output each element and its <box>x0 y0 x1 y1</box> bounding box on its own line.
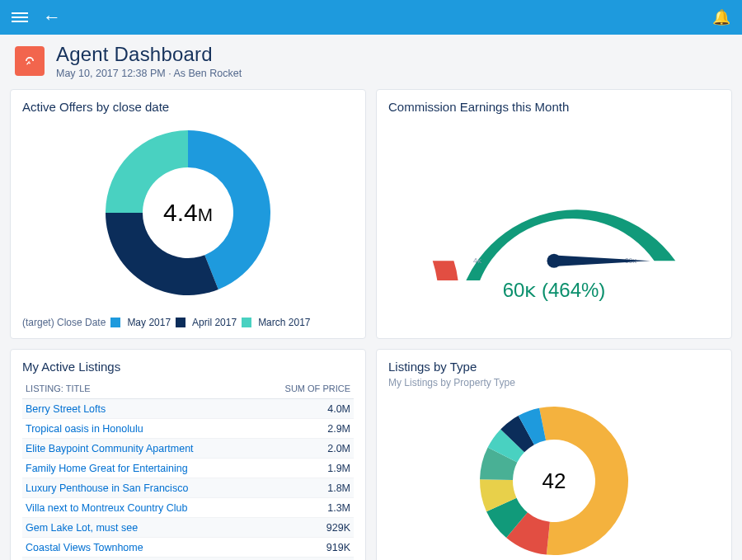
table-row: Elite Baypoint Community Apartment2.0M <box>22 439 354 459</box>
svg-text:4ᴋ: 4ᴋ <box>473 256 482 265</box>
page-header: Agent Dashboard May 10, 2017 12:38 PM · … <box>0 35 742 89</box>
table-row: Coastal Views Townhome919K <box>22 538 354 558</box>
column-header-title[interactable]: LISTING: TITLE <box>22 379 256 399</box>
listing-link[interactable]: Gem Lake Lot, must see <box>26 522 138 534</box>
gauge-value: 60ᴋ (464%) <box>388 279 720 302</box>
listing-link[interactable]: Coastal Views Townhome <box>26 542 143 553</box>
table-row: Gem Lake Lot, must see929K <box>22 518 354 538</box>
listing-price: 1.9M <box>256 459 354 478</box>
listing-price: 2.9M <box>256 419 354 439</box>
active-offers-donut-chart: 4.4M <box>93 124 283 305</box>
listing-link[interactable]: Tropical oasis in Honolulu <box>26 423 143 435</box>
table-row: Tropical oasis in Honolulu2.9M <box>22 419 354 439</box>
listing-link[interactable]: Elite Baypoint Community Apartment <box>26 443 194 454</box>
back-button[interactable]: ← <box>43 7 61 28</box>
notifications-icon[interactable]: 🔔 <box>712 8 730 26</box>
table-row: Villa next to Montreux Country Club1.3M <box>22 498 354 518</box>
table-row: Amazing Panhandle Townhome!895K <box>22 558 354 561</box>
card-title: Listings by Type <box>388 360 720 374</box>
card-active-offers: Active Offers by close date 4.4M (target… <box>10 89 366 339</box>
page-subtitle: May 10, 2017 12:38 PM · As Ben Rocket <box>56 68 242 79</box>
table-row: Berry Street Lofts4.0M <box>22 399 354 419</box>
card-title: My Active Listings <box>22 360 354 374</box>
listing-link[interactable]: Berry Street Lofts <box>26 403 106 415</box>
listing-price: 919K <box>256 538 354 558</box>
svg-text:4.4M: 4.4M <box>163 199 213 226</box>
listings-table: LISTING: TITLE SUM OF PRICE Berry Street… <box>22 379 354 560</box>
listing-price: 4.0M <box>256 399 354 419</box>
column-header-price[interactable]: SUM OF PRICE <box>256 379 354 399</box>
svg-point-12 <box>547 254 561 268</box>
listing-link[interactable]: Villa next to Montreux Country Club <box>26 502 187 514</box>
dashboard-icon <box>15 46 45 76</box>
listings-by-type-donut-chart: 42 <box>467 397 641 560</box>
card-commission: Commission Earnings this Month 4ᴋ9.6ᴋ15ᴋ… <box>376 89 732 339</box>
card-title: Commission Earnings this Month <box>388 100 720 114</box>
table-row: Luxury Penthouse in San Francisco1.8M <box>22 478 354 498</box>
menu-icon[interactable] <box>12 12 28 22</box>
listing-price: 895K <box>256 558 354 561</box>
svg-text:42: 42 <box>542 468 566 493</box>
listing-price: 2.0M <box>256 439 354 459</box>
commission-gauge-chart: 4ᴋ9.6ᴋ15ᴋ21ᴋ26ᴋ32ᴋ37ᴋ43ᴋ49ᴋ54ᴋ60ᴋ <box>389 124 719 280</box>
listing-price: 1.8M <box>256 478 354 498</box>
card-active-listings: My Active Listings LISTING: TITLE SUM OF… <box>10 349 366 560</box>
topbar: ← 🔔 <box>0 0 742 35</box>
card-title: Active Offers by close date <box>22 100 354 114</box>
listing-link[interactable]: Luxury Penthouse in San Francisco <box>26 482 188 494</box>
listing-price: 1.3M <box>256 498 354 518</box>
card-listings-by-type: Listings by Type My Listings by Property… <box>376 349 732 560</box>
card-subtitle: My Listings by Property Type <box>388 377 720 388</box>
offers-legend: (target) Close Date May 2017April 2017Ma… <box>22 317 354 328</box>
page-title: Agent Dashboard <box>56 43 242 66</box>
table-row: Family Home Great for Entertaining1.9M <box>22 459 354 478</box>
listing-link[interactable]: Family Home Great for Entertaining <box>26 463 188 474</box>
listing-price: 929K <box>256 518 354 538</box>
